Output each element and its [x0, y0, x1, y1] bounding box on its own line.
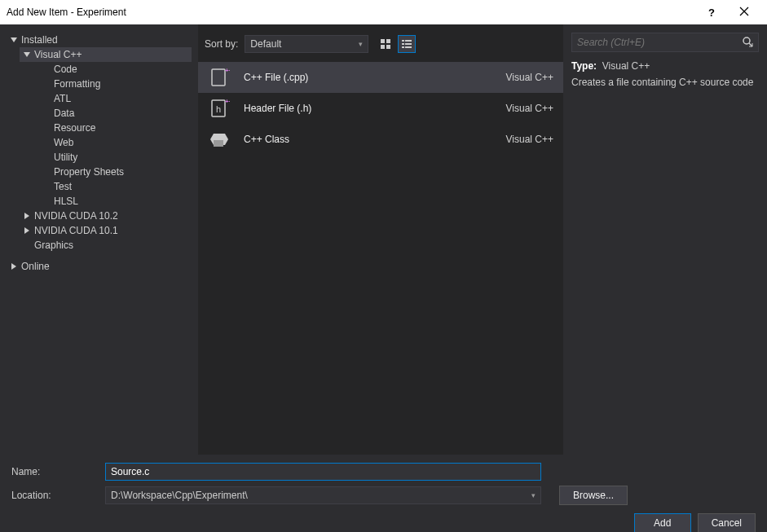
sort-by-dropdown[interactable]: Default ▾ [245, 35, 368, 53]
sort-by-label: Sort by: [205, 38, 238, 50]
template-lang: Visual C++ [506, 134, 553, 145]
details-panel: Type: Visual C++ Creates a file containi… [563, 24, 767, 455]
tree-node-visual-cpp[interactable]: Visual C++ [20, 47, 192, 62]
tree-label: NVIDIA CUDA 10.1 [34, 225, 118, 236]
svg-rect-12 [405, 40, 412, 42]
template-list-panel: Sort by: Default ▾ ++C++ File (.cpp)Visu… [198, 24, 563, 455]
svg-point-24 [743, 37, 750, 44]
tree-node-child[interactable]: Resource [54, 121, 192, 135]
chevron-right-icon [10, 262, 20, 271]
svg-marker-3 [24, 52, 30, 57]
svg-text:++: ++ [225, 67, 230, 74]
tree-node-cuda-102[interactable]: NVIDIA CUDA 10.2 [20, 209, 192, 223]
location-value: D:\Workspace\Cpp\Experiment\ [111, 490, 248, 501]
location-dropdown[interactable]: D:\Workspace\Cpp\Experiment\ ▾ [105, 486, 541, 504]
add-button[interactable]: Add [634, 513, 691, 532]
tree-node-child[interactable]: Formatting [54, 77, 192, 91]
template-icon: h++ [208, 97, 231, 120]
svg-rect-10 [386, 45, 390, 49]
tree-label: Installed [21, 34, 58, 46]
template-info: Type: Visual C++ Creates a file containi… [571, 60, 759, 88]
tree-node-child[interactable]: Data [54, 106, 192, 121]
tree-label: Online [21, 261, 50, 272]
view-list-button[interactable] [398, 35, 416, 53]
tree-node-child[interactable]: Property Sheets [54, 165, 192, 179]
info-description: Creates a file containing C++ source cod… [571, 77, 759, 88]
main-area: Installed Visual C++ CodeFormattingATLDa… [0, 24, 767, 455]
tree-label: Graphics [34, 240, 73, 251]
info-type-value: Visual C++ [602, 60, 650, 72]
tree-node-child[interactable]: ATL [54, 91, 192, 106]
tree-node-child[interactable]: Test [54, 179, 192, 194]
template-lang: Visual C++ [506, 103, 553, 114]
tree-node-child[interactable]: HLSL [54, 194, 192, 209]
svg-line-25 [749, 43, 752, 46]
template-item[interactable]: ++C++ File (.cpp)Visual C++ [198, 62, 563, 93]
view-medium-icons-button[interactable] [377, 35, 395, 53]
svg-marker-6 [11, 263, 16, 270]
chevron-right-icon [23, 211, 33, 221]
svg-marker-2 [11, 37, 17, 42]
tree-node-child[interactable]: Web [54, 135, 192, 150]
svg-rect-23 [214, 140, 223, 147]
svg-text:++: ++ [225, 98, 230, 105]
svg-rect-8 [386, 39, 390, 43]
tree-node-child[interactable]: Utility [54, 150, 192, 165]
help-button[interactable]: ? [695, 7, 728, 19]
spacer-icon [23, 240, 33, 250]
svg-rect-15 [402, 46, 404, 48]
name-label: Name: [11, 466, 105, 477]
cancel-button[interactable]: Cancel [698, 513, 756, 532]
svg-rect-14 [405, 43, 412, 45]
search-input[interactable] [577, 37, 742, 48]
titlebar: Add New Item - Experiment ? [0, 0, 767, 24]
browse-button[interactable]: Browse... [559, 486, 628, 505]
template-item[interactable]: h++Header File (.h)Visual C++ [198, 93, 563, 124]
svg-rect-11 [402, 40, 404, 42]
svg-text:h: h [216, 104, 221, 114]
template-label: C++ Class [244, 134, 506, 145]
template-label: Header File (.h) [244, 103, 506, 114]
svg-marker-4 [24, 213, 29, 219]
chevron-down-icon: ▾ [359, 40, 363, 48]
svg-rect-16 [405, 46, 412, 48]
info-type-label: Type: [571, 60, 597, 72]
svg-rect-7 [381, 39, 385, 43]
template-icon: ++ [208, 66, 231, 89]
sort-by-value: Default [250, 38, 281, 50]
template-list: ++C++ File (.cpp)Visual C++h++Header Fil… [198, 62, 563, 155]
center-toolbar: Sort by: Default ▾ [198, 33, 563, 55]
tree-node-child[interactable]: Code [54, 62, 192, 77]
name-input[interactable] [105, 463, 541, 481]
tree-label: NVIDIA CUDA 10.2 [34, 210, 118, 222]
location-label: Location: [11, 490, 105, 501]
svg-rect-9 [381, 45, 385, 49]
tree-node-online[interactable]: Online [7, 259, 192, 274]
template-lang: Visual C++ [506, 72, 553, 83]
svg-rect-13 [402, 43, 404, 45]
window-title: Add New Item - Experiment [7, 7, 695, 18]
tree-node-graphics[interactable]: Graphics [20, 238, 192, 253]
search-icon[interactable] [742, 36, 753, 50]
svg-rect-17 [212, 69, 225, 86]
bottom-form: Name: Location: D:\Workspace\Cpp\Experim… [0, 455, 767, 532]
category-tree: Installed Visual C++ CodeFormattingATLDa… [0, 24, 198, 455]
template-icon [208, 128, 231, 151]
tree-node-cuda-101[interactable]: NVIDIA CUDA 10.1 [20, 223, 192, 238]
template-label: C++ File (.cpp) [244, 72, 506, 83]
chevron-right-icon [23, 226, 33, 235]
svg-marker-5 [24, 227, 29, 234]
close-button[interactable] [728, 7, 760, 19]
template-item[interactable]: C++ ClassVisual C++ [198, 124, 563, 155]
chevron-down-icon [10, 35, 20, 45]
chevron-down-icon: ▾ [531, 491, 536, 499]
tree-label: Visual C++ [34, 49, 82, 60]
chevron-down-icon [23, 50, 33, 59]
tree-node-installed[interactable]: Installed [7, 33, 192, 47]
search-box[interactable] [571, 33, 759, 52]
